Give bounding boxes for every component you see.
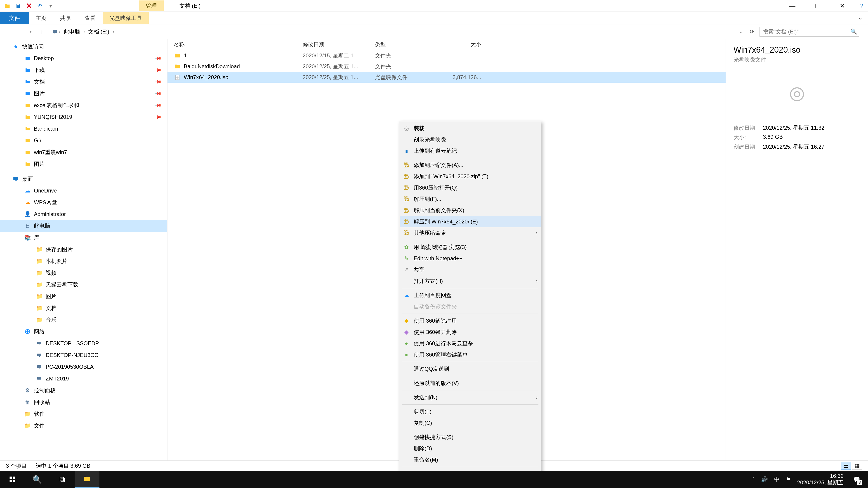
task-view-button[interactable]: ⧉: [50, 471, 74, 488]
menu-item[interactable]: ✎Edit with Notepad++: [400, 253, 541, 264]
view-thumbnails-button[interactable]: ▦: [852, 462, 862, 470]
menu-item[interactable]: 🗜添加到 "Win7x64_2020.zip" (T): [400, 171, 541, 182]
menu-item[interactable]: ☁上传到百度网盘: [400, 290, 541, 301]
minimize-button[interactable]: —: [780, 0, 805, 12]
tab-home[interactable]: 主页: [29, 12, 53, 24]
nav-network-item[interactable]: ZMT2019: [0, 373, 167, 385]
nav-extra-item[interactable]: 📁软件: [0, 408, 167, 420]
security-icon[interactable]: ⚑: [786, 476, 791, 483]
chevron-right-icon[interactable]: ›: [112, 29, 115, 35]
menu-item[interactable]: ◎装载: [400, 123, 541, 134]
nav-extra-item[interactable]: ⚙控制面板: [0, 385, 167, 396]
qat-dropdown-icon[interactable]: ▾: [46, 1, 55, 10]
menu-item[interactable]: 🗜其他压缩命令›: [400, 227, 541, 238]
search-taskbar-button[interactable]: 🔍: [25, 471, 50, 488]
menu-item[interactable]: 🗜解压到(F)...: [400, 193, 541, 205]
address-breadcrumb[interactable]: › 此电脑 › 文档 (E:) › ⌄: [48, 26, 746, 37]
nav-desktop-item[interactable]: 👤Administrator: [0, 208, 167, 220]
volume-icon[interactable]: 🔊: [761, 476, 768, 483]
nav-quick-item[interactable]: Bandicam: [0, 123, 167, 135]
menu-item[interactable]: 刻录光盘映像: [400, 134, 541, 145]
explorer-taskbar-button[interactable]: [74, 471, 99, 488]
search-input[interactable]: [760, 29, 849, 35]
nav-network[interactable]: 网络: [0, 326, 167, 337]
ime-indicator[interactable]: 中: [774, 476, 780, 483]
up-button[interactable]: ↑: [36, 26, 48, 37]
menu-item[interactable]: ●使用 360管理右键菜单: [400, 349, 541, 360]
delete-red-icon[interactable]: ✕: [24, 1, 33, 10]
taskbar-clock[interactable]: 16:32 2020/12/25, 星期五: [797, 473, 844, 486]
menu-item[interactable]: ↗共享: [400, 264, 541, 275]
menu-item[interactable]: ◆使用 360解除占用: [400, 315, 541, 326]
nav-extra-item[interactable]: 📁文件: [0, 420, 167, 431]
maximize-button[interactable]: □: [805, 0, 830, 12]
tab-disc-tools[interactable]: 光盘映像工具: [103, 12, 149, 24]
menu-item[interactable]: ∎上传到有道云笔记: [400, 145, 541, 157]
nav-lib-item[interactable]: 📁保存的图片: [0, 243, 167, 255]
menu-item[interactable]: 🗜解压到 Win7x64_2020\ (E): [400, 216, 541, 227]
file-row[interactable]: Win7x64_2020.iso2020/12/25, 星期五 1...光盘映像…: [167, 72, 725, 83]
save-icon[interactable]: [13, 1, 23, 10]
menu-item[interactable]: 创建快捷方式(S): [400, 431, 541, 443]
view-details-button[interactable]: ☰: [841, 462, 851, 470]
ribbon-expand-icon[interactable]: ⌄: [852, 12, 868, 24]
notification-button[interactable]: 💬3: [850, 473, 864, 486]
breadcrumb-seg[interactable]: 此电脑: [62, 27, 82, 36]
menu-item[interactable]: ✿用 蜂蜜浏览器 浏览(3): [400, 241, 541, 253]
address-dropdown-icon[interactable]: ⌄: [735, 26, 746, 37]
nav-extra-item[interactable]: 🗑回收站: [0, 396, 167, 408]
menu-item[interactable]: 删除(D): [400, 443, 541, 454]
nav-quick-access[interactable]: ★ 快速访问: [0, 41, 167, 53]
menu-item[interactable]: 打开方式(H)›: [400, 275, 541, 287]
nav-lib-item[interactable]: 📁天翼云盘下载: [0, 279, 167, 291]
menu-item[interactable]: 🗜添加到压缩文件(A)...: [400, 160, 541, 171]
nav-desktop-item[interactable]: 📚库: [0, 232, 167, 243]
file-row[interactable]: 12020/12/15, 星期二 1...文件夹: [167, 50, 725, 61]
back-button[interactable]: ←: [2, 26, 13, 37]
nav-desktop-item[interactable]: ☁OneDrive: [0, 185, 167, 197]
menu-item[interactable]: 剪切(T): [400, 406, 541, 417]
nav-quick-item[interactable]: 图片: [0, 158, 167, 170]
nav-quick-item[interactable]: Desktop📌: [0, 53, 167, 64]
nav-desktop[interactable]: 桌面: [0, 173, 167, 185]
undo-icon[interactable]: ↶: [35, 1, 44, 10]
nav-quick-item[interactable]: excel表格制作求和📌: [0, 99, 167, 111]
start-button[interactable]: [0, 471, 25, 488]
search-icon[interactable]: 🔍: [849, 29, 859, 35]
col-name[interactable]: 名称: [174, 41, 303, 48]
menu-item[interactable]: 重命名(M): [400, 454, 541, 465]
menu-item[interactable]: 通过QQ发送到: [400, 363, 541, 375]
menu-item[interactable]: 🗜用360压缩打开(Q): [400, 182, 541, 193]
forward-button[interactable]: →: [13, 26, 25, 37]
nav-lib-item[interactable]: 📁文档: [0, 302, 167, 314]
tab-file[interactable]: 文件: [0, 12, 29, 24]
recent-dropdown-icon[interactable]: ▾: [25, 26, 36, 37]
close-button[interactable]: ✕: [830, 0, 855, 12]
menu-item[interactable]: 发送到(N)›: [400, 392, 541, 403]
menu-item[interactable]: 🗜解压到当前文件夹(X): [400, 205, 541, 216]
col-date[interactable]: 修改日期: [303, 41, 375, 48]
tab-share[interactable]: 共享: [53, 12, 78, 24]
menu-item[interactable]: ◆使用 360强力删除: [400, 326, 541, 338]
file-row[interactable]: BaiduNetdiskDownload2020/12/25, 星期五 1...…: [167, 61, 725, 72]
nav-quick-item[interactable]: 下载📌: [0, 64, 167, 76]
nav-lib-item[interactable]: 📁音乐: [0, 314, 167, 326]
nav-quick-item[interactable]: G:\: [0, 135, 167, 147]
menu-item[interactable]: 还原以前的版本(V): [400, 378, 541, 389]
nav-quick-item[interactable]: 文档📌: [0, 76, 167, 88]
nav-network-item[interactable]: DESKTOP-LSSOEDP: [0, 337, 167, 349]
breadcrumb-seg[interactable]: 文档 (E:): [86, 27, 111, 36]
tray-chevron-icon[interactable]: ˄: [752, 476, 755, 483]
col-type[interactable]: 类型: [375, 41, 436, 48]
menu-item[interactable]: ●使用 360进行木马云查杀: [400, 338, 541, 349]
nav-lib-item[interactable]: 📁图片: [0, 291, 167, 302]
menu-item[interactable]: 复制(C): [400, 417, 541, 429]
nav-desktop-item[interactable]: ☁WPS网盘: [0, 197, 167, 208]
search-box[interactable]: 🔍: [760, 27, 859, 37]
help-button[interactable]: ?: [855, 0, 868, 12]
nav-quick-item[interactable]: 图片📌: [0, 88, 167, 99]
chevron-right-icon[interactable]: ›: [83, 29, 86, 35]
nav-quick-item[interactable]: YUNQISHI2019📌: [0, 111, 167, 123]
tab-view[interactable]: 查看: [78, 12, 102, 24]
nav-network-item[interactable]: DESKTOP-NJEU3CG: [0, 349, 167, 361]
